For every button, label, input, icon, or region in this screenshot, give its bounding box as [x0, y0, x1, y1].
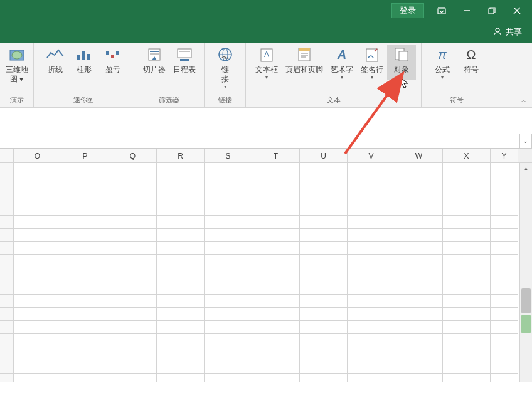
cell[interactable] — [14, 163, 61, 176]
cell[interactable] — [395, 281, 443, 295]
cell[interactable] — [348, 360, 395, 374]
cell[interactable] — [252, 334, 300, 347]
cell[interactable] — [205, 163, 252, 176]
cell[interactable] — [157, 374, 205, 382]
cell[interactable] — [491, 347, 518, 360]
row-header[interactable] — [0, 347, 14, 360]
cell[interactable] — [300, 334, 348, 347]
col-header[interactable]: X — [443, 149, 491, 162]
cell[interactable] — [395, 268, 443, 281]
cell[interactable] — [443, 229, 491, 242]
3d-map-button[interactable]: 三维地 图 ▾ — [2, 45, 32, 84]
cell[interactable] — [61, 308, 109, 321]
col-header[interactable]: Y — [491, 149, 518, 162]
cell[interactable] — [109, 295, 157, 308]
cell[interactable] — [443, 374, 491, 382]
cell[interactable] — [14, 295, 61, 308]
row-header[interactable] — [0, 255, 14, 268]
cell[interactable] — [395, 229, 443, 242]
cell[interactable] — [205, 334, 252, 347]
cell[interactable] — [14, 281, 61, 295]
cell[interactable] — [348, 347, 395, 360]
col-header[interactable]: P — [61, 149, 109, 162]
cell[interactable] — [443, 163, 491, 176]
cell[interactable] — [252, 295, 300, 308]
cell[interactable] — [491, 255, 518, 268]
cell[interactable] — [61, 334, 109, 347]
cell[interactable] — [348, 308, 395, 321]
cell[interactable] — [109, 321, 157, 334]
cell[interactable] — [491, 360, 518, 374]
cell[interactable] — [348, 374, 395, 382]
cell[interactable] — [252, 242, 300, 255]
cell[interactable] — [300, 308, 348, 321]
cell[interactable] — [252, 308, 300, 321]
cell[interactable] — [157, 202, 205, 216]
row-header[interactable] — [0, 360, 14, 374]
cell[interactable] — [300, 229, 348, 242]
cell[interactable] — [61, 347, 109, 360]
cell[interactable] — [61, 229, 109, 242]
cell[interactable] — [491, 163, 518, 176]
cell[interactable] — [395, 202, 443, 216]
cell[interactable] — [348, 295, 395, 308]
cell[interactable] — [252, 268, 300, 281]
login-button[interactable]: 登录 — [391, 3, 424, 18]
row-header[interactable] — [0, 281, 14, 295]
cell[interactable] — [109, 281, 157, 295]
cell[interactable] — [14, 321, 61, 334]
cell[interactable] — [61, 321, 109, 334]
cell[interactable] — [300, 321, 348, 334]
cell[interactable] — [157, 334, 205, 347]
cell[interactable] — [348, 189, 395, 202]
cell[interactable] — [443, 255, 491, 268]
cell[interactable] — [205, 202, 252, 216]
col-header[interactable]: U — [300, 149, 348, 162]
cell[interactable] — [348, 321, 395, 334]
symbol-button[interactable]: Ω 符号 — [457, 45, 486, 80]
cell[interactable] — [61, 216, 109, 229]
minimize-icon[interactable] — [454, 2, 479, 19]
cell[interactable] — [157, 242, 205, 255]
cell[interactable] — [14, 308, 61, 321]
cell[interactable] — [14, 347, 61, 360]
vertical-scrollbar[interactable]: ▲ — [519, 163, 532, 382]
cell[interactable] — [61, 255, 109, 268]
cell[interactable] — [348, 255, 395, 268]
cell[interactable] — [61, 242, 109, 255]
cell[interactable] — [61, 268, 109, 281]
cell[interactable] — [252, 255, 300, 268]
cell[interactable] — [252, 281, 300, 295]
cell[interactable] — [252, 163, 300, 176]
cell[interactable] — [491, 308, 518, 321]
col-header[interactable]: O — [14, 149, 61, 162]
cell[interactable] — [205, 374, 252, 382]
textbox-button[interactable]: A 文本框 ▾ — [252, 45, 282, 80]
col-header[interactable]: W — [395, 149, 443, 162]
slicer-button[interactable]: 切片器 — [139, 45, 169, 75]
cell[interactable] — [300, 360, 348, 374]
cell[interactable] — [61, 176, 109, 189]
cell[interactable] — [443, 321, 491, 334]
ribbon-display-icon[interactable] — [429, 2, 454, 19]
cell[interactable] — [300, 295, 348, 308]
cell[interactable] — [300, 268, 348, 281]
col-header-corner[interactable] — [0, 149, 14, 162]
row-header[interactable] — [0, 189, 14, 202]
cell[interactable] — [14, 216, 61, 229]
cell[interactable] — [61, 163, 109, 176]
cell[interactable] — [109, 308, 157, 321]
row-header[interactable] — [0, 202, 14, 216]
cell[interactable] — [443, 268, 491, 281]
cell[interactable] — [205, 268, 252, 281]
scroll-thumb[interactable] — [521, 288, 531, 313]
cell[interactable] — [491, 176, 518, 189]
row-header[interactable] — [0, 242, 14, 255]
cell[interactable] — [300, 347, 348, 360]
cell[interactable] — [443, 202, 491, 216]
cell[interactable] — [157, 216, 205, 229]
cell[interactable] — [395, 295, 443, 308]
cell[interactable] — [491, 295, 518, 308]
cell[interactable] — [157, 176, 205, 189]
cell[interactable] — [443, 189, 491, 202]
